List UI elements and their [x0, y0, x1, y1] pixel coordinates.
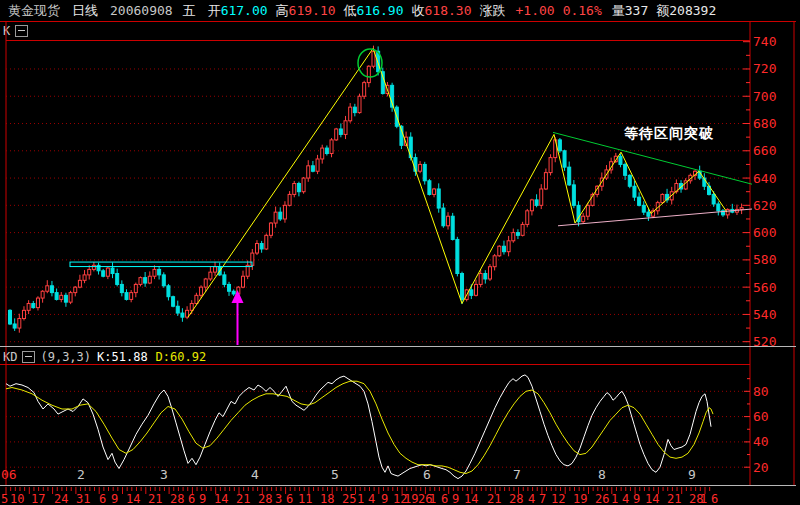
kd-d-line: [6, 381, 713, 473]
candle-body: [582, 216, 585, 221]
candle-body: [712, 194, 715, 204]
candle-body: [484, 274, 487, 279]
date-label: 1: [700, 492, 707, 505]
date-label: 4: [622, 492, 629, 505]
kd-axis-label: 40: [753, 434, 769, 449]
y-axis-label: 640: [753, 171, 776, 186]
candle-body: [297, 184, 300, 192]
trend-line-yellow: [462, 134, 554, 303]
candle-body: [307, 166, 310, 178]
candle-body: [642, 205, 645, 212]
candle-body: [507, 241, 510, 252]
candle-body: [475, 284, 478, 295]
y-axis-label: 540: [753, 307, 776, 322]
candle-body: [9, 310, 12, 324]
trend-line-yellow: [621, 152, 651, 213]
trend-line-yellow: [188, 49, 373, 318]
candle-body: [120, 284, 123, 292]
chart-canvas[interactable]: 7407207006806606406206005805605405208060…: [0, 0, 800, 505]
date-label: 25: [342, 492, 356, 505]
trend-line-yellow: [575, 152, 621, 223]
date-label: 3: [275, 492, 282, 505]
candle-body: [209, 272, 212, 279]
date-label: 9: [381, 492, 388, 505]
date-label: 1: [429, 492, 436, 505]
candle-body: [316, 159, 319, 171]
month-label: 9: [688, 467, 696, 482]
candle-body: [339, 129, 342, 134]
date-label: 28: [258, 492, 272, 505]
kd-axis-label: 20: [753, 460, 769, 475]
y-axis-label: 620: [753, 198, 776, 213]
candle-body: [200, 287, 203, 295]
candle-body: [32, 304, 35, 308]
candle-body: [638, 197, 641, 205]
candle-body: [502, 246, 505, 251]
date-label: 26: [595, 492, 609, 505]
candle-body: [274, 212, 277, 223]
candle-body: [283, 205, 286, 219]
candle-body: [358, 96, 361, 112]
candle-body: [46, 286, 49, 291]
date-label: 6: [188, 492, 195, 505]
candle-body: [102, 271, 105, 276]
date-label: 1: [611, 492, 618, 505]
y-axis-label: 600: [753, 225, 776, 240]
candle-body: [162, 275, 165, 286]
trend-line-yellow: [699, 171, 727, 212]
date-label: 6: [711, 492, 718, 505]
candle-body: [335, 129, 338, 140]
candle-body: [498, 246, 501, 256]
date-label: 12: [551, 492, 565, 505]
candle-body: [144, 278, 147, 283]
candle-body: [279, 212, 282, 219]
date-label: 6: [286, 492, 293, 505]
month-label: 2: [77, 467, 85, 482]
candle-body: [470, 290, 473, 295]
date-label: 10: [10, 492, 24, 505]
y-axis-label: 680: [753, 116, 776, 131]
candle-body: [563, 151, 566, 167]
date-label: 17: [31, 492, 45, 505]
x-axis-year-label: 06: [1, 467, 17, 482]
candle-body: [442, 208, 445, 226]
candle-body: [544, 173, 547, 189]
date-label: 5: [1, 492, 8, 505]
y-axis-label: 560: [753, 280, 776, 295]
candle-body: [242, 276, 245, 287]
candle-body: [363, 83, 366, 97]
date-label: 28: [170, 492, 184, 505]
trend-line-yellow: [373, 49, 462, 304]
candle-body: [36, 298, 39, 308]
y-axis-label: 740: [753, 34, 776, 49]
date-label: 9: [199, 492, 206, 505]
candle-body: [521, 224, 524, 235]
date-label: 14: [214, 492, 228, 505]
date-label: 4: [528, 492, 535, 505]
candle-body: [586, 205, 589, 216]
candle-body: [153, 269, 156, 276]
month-label: 3: [160, 467, 168, 482]
candle-body: [78, 280, 81, 287]
candle-body: [493, 256, 496, 267]
date-label: 19: [573, 492, 587, 505]
candle-body: [353, 107, 356, 112]
candle-body: [526, 211, 529, 225]
candle-body: [167, 286, 170, 297]
candle-body: [456, 239, 459, 273]
date-label: 6: [99, 492, 106, 505]
candle-body: [92, 265, 95, 269]
candle-body: [158, 269, 161, 274]
date-label: 7: [539, 492, 546, 505]
candle-body: [461, 274, 464, 300]
candle-body: [60, 295, 63, 299]
month-label: 8: [598, 467, 606, 482]
candle-body: [223, 275, 226, 285]
candle-body: [619, 156, 622, 164]
candle-body: [195, 295, 198, 303]
candle-body: [433, 189, 436, 194]
candle-body: [111, 268, 114, 273]
candle-body: [516, 233, 519, 236]
candle-body: [106, 268, 109, 276]
candle-body: [512, 233, 515, 241]
